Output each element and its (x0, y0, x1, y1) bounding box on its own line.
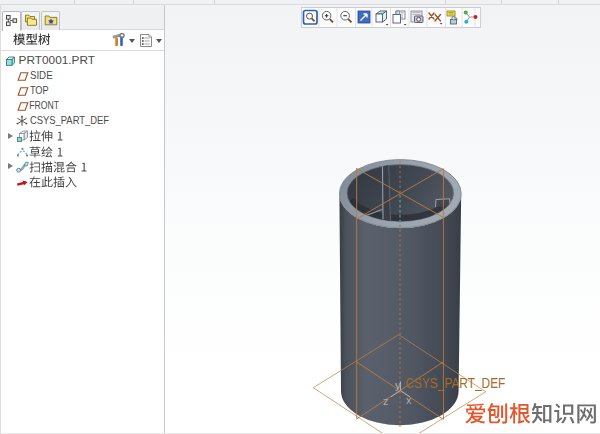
svg-text:x: x (406, 394, 412, 406)
svg-text:y: y (395, 379, 401, 391)
svg-text:z: z (383, 395, 389, 407)
svg-text:CSYS_PART_DEF: CSYS_PART_DEF (405, 375, 505, 391)
